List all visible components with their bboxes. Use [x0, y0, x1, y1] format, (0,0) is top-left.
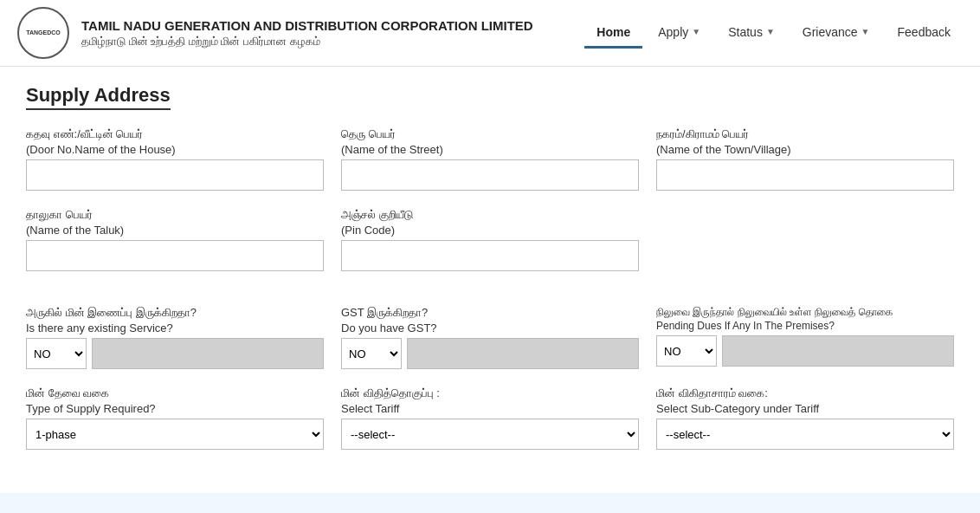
subcategory-group: மின் விகிதாசாரம் வகை: Select Sub-Categor…	[656, 386, 954, 450]
door-input[interactable]	[26, 159, 324, 191]
supply-type-group: மின் தேவை வகை Type of Supply Required? 1…	[26, 386, 324, 450]
gst-select[interactable]: NO	[341, 338, 402, 369]
street-label-ta: தெரு பெயர்	[341, 127, 639, 141]
main-content: Supply Address கதவு எண்:/வீட்டின் பெயர் …	[0, 67, 980, 493]
org-name-en: TAMIL NADU GENERATION AND DISTRIBUTION C…	[81, 18, 584, 33]
org-name-ta: தமிழ்நாடு மின் உற்பத்தி மற்றும் மின் பகி…	[81, 35, 584, 49]
nav-apply[interactable]: Apply ▼	[646, 18, 712, 49]
street-input[interactable]	[341, 159, 639, 191]
existing-service-inline: NO	[26, 338, 324, 369]
gst-label-ta: GST இருக்கிறதா?	[341, 306, 639, 320]
town-label-ta: நகரம்/கிராமம் பெயர்	[656, 127, 954, 141]
org-title: TAMIL NADU GENERATION AND DISTRIBUTION C…	[81, 18, 584, 49]
pincode-label-ta: அஞ்சல் குறியீடு	[341, 208, 639, 222]
street-group: தெரு பெயர் (Name of the Street)	[341, 127, 639, 191]
logo: TANGEDCO	[17, 7, 69, 59]
pincode-group: அஞ்சல் குறியீடு (Pin Code)	[341, 208, 639, 271]
grievance-dropdown-icon: ▼	[861, 27, 870, 36]
pincode-input[interactable]	[341, 240, 639, 271]
taluk-label-ta: தாலுகா பெயர்	[26, 208, 324, 222]
tariff-group: மின் விதித்தொகுப்பு : Select Tariff --se…	[341, 386, 639, 450]
existing-service-label-en: Is there any existing Service?	[26, 321, 324, 334]
door-group: கதவு எண்:/வீட்டின் பெயர் (Door No.Name o…	[26, 127, 324, 191]
taluk-input[interactable]	[26, 240, 324, 271]
door-label-en: (Door No.Name of the House)	[26, 143, 324, 156]
address-row-2: தாலுகா பெயர் (Name of the Taluk) அஞ்சல் …	[26, 208, 954, 271]
nav-feedback[interactable]: Feedback	[886, 18, 963, 49]
taluk-group: தாலுகா பெயர் (Name of the Taluk)	[26, 208, 324, 271]
pincode-label-en: (Pin Code)	[341, 224, 639, 237]
gst-input[interactable]	[407, 338, 639, 369]
existing-service-label-ta: அருகில் மின் இணைப்பு இருக்கிறதா?	[26, 306, 324, 320]
service-row: அருகில் மின் இணைப்பு இருக்கிறதா? Is ther…	[26, 306, 954, 369]
supply-type-select[interactable]: 1-phase 3-phase	[26, 419, 324, 450]
pending-dues-label-en: Pending Dues If Any In The Premises?	[656, 320, 954, 332]
section-title: Supply Address	[26, 84, 171, 110]
supply-type-label-en: Type of Supply Required?	[26, 402, 324, 415]
nav-home[interactable]: Home	[584, 18, 642, 49]
main-nav: Home Apply ▼ Status ▼ Grievance ▼ Feedba…	[584, 18, 963, 49]
subcategory-label-ta: மின் விகிதாசாரம் வகை:	[656, 386, 954, 400]
subcategory-select[interactable]: --select--	[656, 419, 954, 450]
site-header: TANGEDCO TAMIL NADU GENERATION AND DISTR…	[0, 0, 980, 67]
status-dropdown-icon: ▼	[766, 27, 775, 36]
existing-service-select[interactable]: NO	[26, 338, 87, 369]
subcategory-label-en: Select Sub-Category under Tariff	[656, 402, 954, 415]
tariff-select[interactable]: --select--	[341, 419, 639, 450]
pending-dues-inline: NO	[656, 335, 954, 367]
gst-inline: NO	[341, 338, 639, 369]
supply-type-label-ta: மின் தேவை வகை	[26, 386, 324, 400]
street-label-en: (Name of the Street)	[341, 143, 639, 156]
town-label-en: (Name of the Town/Village)	[656, 143, 954, 156]
pending-dues-input[interactable]	[722, 335, 954, 367]
spacer-group	[656, 208, 954, 271]
nav-status[interactable]: Status ▼	[716, 18, 787, 49]
apply-dropdown-icon: ▼	[692, 27, 700, 36]
town-input[interactable]	[656, 159, 954, 191]
door-label-ta: கதவு எண்:/வீட்டின் பெயர்	[26, 127, 324, 141]
tariff-label-ta: மின் விதித்தொகுப்பு :	[341, 386, 639, 400]
pending-dues-select[interactable]: NO	[656, 335, 717, 367]
tariff-label-en: Select Tariff	[341, 402, 639, 415]
taluk-label-en: (Name of the Taluk)	[26, 224, 324, 237]
existing-service-input[interactable]	[92, 338, 324, 369]
existing-service-group: அருகில் மின் இணைப்பு இருக்கிறதா? Is ther…	[26, 306, 324, 369]
pending-dues-label-ta: நிலுவை இருந்தால் நிலுவையில் உள்ள நிலுவைத…	[656, 306, 954, 318]
gst-group: GST இருக்கிறதா? Do you have GST? NO	[341, 306, 639, 369]
town-group: நகரம்/கிராமம் பெயர் (Name of the Town/Vi…	[656, 127, 954, 191]
gst-label-en: Do you have GST?	[341, 321, 639, 334]
supply-row: மின் தேவை வகை Type of Supply Required? 1…	[26, 386, 954, 450]
address-row-1: கதவு எண்:/வீட்டின் பெயர் (Door No.Name o…	[26, 127, 954, 191]
nav-grievance[interactable]: Grievance ▼	[790, 18, 882, 49]
pending-dues-group: நிலுவை இருந்தால் நிலுவையில் உள்ள நிலுவைத…	[656, 306, 954, 369]
